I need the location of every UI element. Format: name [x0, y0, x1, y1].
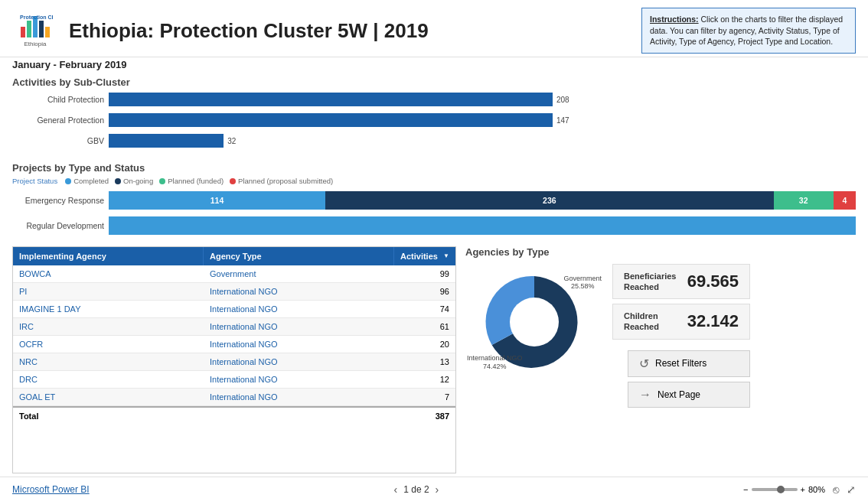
beneficiaries-label: BeneficiariesReached: [624, 271, 676, 293]
logo-icon: Protection Cluster: [18, 13, 53, 41]
td-activities: 12: [394, 371, 455, 388]
td-activities: 7: [394, 389, 455, 405]
prev-page-arrow[interactable]: ‹: [394, 483, 398, 496]
legend-item: Planned (proposal submitted): [230, 177, 333, 185]
legend-item-label: Completed: [73, 177, 109, 185]
td-type: International NGO: [204, 336, 394, 353]
beneficiaries-stat: BeneficiariesReached 69.565: [612, 264, 750, 300]
table-total-row: Total 387: [13, 406, 455, 425]
legend-items: CompletedOn-goingPlanned (funded)Planned…: [65, 177, 339, 186]
powerbi-link[interactable]: Microsoft Power BI: [12, 484, 90, 495]
td-type: International NGO: [204, 389, 394, 405]
project-bar-row[interactable]: Emergency Response 114236324: [12, 190, 856, 211]
zoom-slider[interactable]: [752, 488, 798, 491]
fullscreen-icon[interactable]: ⤢: [847, 483, 856, 496]
page-info: 1 de 2: [403, 484, 429, 495]
children-stat: ChildrenReached 32.142: [612, 304, 750, 340]
svg-rect-1: [27, 21, 31, 37]
charts-area: Activities by Sub-Cluster Child Protecti…: [0, 72, 868, 240]
donut-chart: Government25.58% International NGO74.42%: [465, 261, 603, 383]
page-total: 2: [424, 484, 429, 495]
td-activities: 96: [394, 283, 455, 300]
share-icon[interactable]: ⎋: [833, 483, 839, 496]
td-agency: PI: [13, 283, 204, 300]
table-row[interactable]: OCFR International NGO 20: [13, 336, 455, 353]
pagination: ‹ 1 de 2 ›: [394, 483, 439, 496]
table-row[interactable]: NRC International NGO 13: [13, 353, 455, 371]
total-label: Total: [13, 408, 204, 425]
svg-rect-0: [21, 27, 25, 37]
td-type: International NGO: [204, 371, 394, 388]
projects-bars-container: Emergency Response 114236324 Regular Dev…: [12, 190, 856, 236]
table-body: BOWCA Government 99 PI International NGO…: [13, 265, 455, 406]
donut-label-government: Government25.58%: [563, 275, 602, 291]
bar-label: GBV: [12, 136, 104, 145]
table-row[interactable]: BOWCA Government 99: [13, 265, 455, 283]
legend-item-label: Planned (funded): [168, 177, 224, 185]
table-row[interactable]: IMAGINE 1 DAY International NGO 74: [13, 301, 455, 318]
total-value: 387: [394, 408, 455, 425]
stacked-segment: 4: [834, 191, 856, 210]
page-sep: de: [411, 484, 421, 495]
bar-value: 147: [556, 116, 569, 125]
project-bar-row[interactable]: Regular Development: [12, 215, 856, 236]
td-activities: 74: [394, 301, 455, 317]
table-row[interactable]: GOAL ET International NGO 7: [13, 389, 455, 406]
page-title: Ethiopia: Protection Cluster 5W | 2019: [69, 19, 641, 43]
td-activities: 20: [394, 336, 455, 353]
table-row[interactable]: DRC International NGO 12: [13, 371, 455, 389]
activity-bar-row[interactable]: Child Protection 208: [12, 91, 856, 108]
children-value: 32.142: [687, 311, 739, 331]
stacked-segment: 114: [109, 191, 325, 210]
projects-legend: Project Status CompletedOn-goingPlanned …: [12, 177, 856, 186]
legend-prefix: Project Status: [12, 177, 57, 185]
td-activities: 61: [394, 318, 455, 335]
next-page-button[interactable]: → Next Page: [628, 382, 750, 408]
legend-dot: [159, 178, 165, 184]
zoom-minus[interactable]: −: [743, 485, 748, 494]
zoom-plus[interactable]: +: [801, 485, 805, 494]
beneficiaries-value: 69.565: [687, 272, 739, 291]
projects-section: Projects by Type and Status Project Stat…: [12, 158, 856, 240]
total-type: [204, 408, 394, 425]
next-page-arrow[interactable]: ›: [436, 483, 439, 496]
td-agency: IMAGINE 1 DAY: [13, 301, 204, 317]
implementing-agency-table: Implementing Agency Agency Type Activiti…: [12, 246, 456, 473]
stats-panel: BeneficiariesReached 69.565 ChildrenReac…: [612, 264, 750, 340]
next-icon: →: [639, 388, 651, 402]
legend-item: On-going: [115, 177, 153, 185]
stacked-bar-label: Emergency Response: [12, 196, 104, 205]
stacked-bar-track: 114236324: [109, 191, 856, 210]
td-type: International NGO: [204, 301, 394, 317]
td-agency: GOAL ET: [13, 389, 204, 405]
td-agency: OCFR: [13, 336, 204, 353]
activity-bar-row[interactable]: GBV 32: [12, 132, 856, 149]
right-panel: Agencies by Type Government25.58% Intern…: [465, 246, 856, 473]
bar-fill: [109, 93, 553, 106]
td-agency: DRC: [13, 371, 204, 388]
donut-label-ngo: International NGO74.42%: [467, 354, 523, 371]
main-container: Protection Cluster Ethiopia Ethiopia: Pr…: [0, 0, 868, 501]
th-agency: Implementing Agency: [13, 247, 204, 265]
reset-filters-button[interactable]: ↺ Reset Filters: [628, 350, 750, 377]
legend-dot: [65, 178, 71, 184]
activity-bar-row[interactable]: General Protection 147: [12, 112, 856, 129]
td-agency: NRC: [13, 353, 204, 370]
bar-fill: [109, 113, 553, 127]
table-row[interactable]: IRC International NGO 61: [13, 318, 455, 336]
children-label: ChildrenReached: [624, 311, 659, 333]
reset-icon: ↺: [639, 356, 649, 371]
instructions-bold: Instructions:: [650, 15, 699, 24]
legend-dot: [230, 178, 236, 184]
td-type: International NGO: [204, 318, 394, 335]
legend-item-label: Planned (proposal submitted): [238, 177, 333, 185]
activities-chart: Activities by Sub-Cluster Child Protecti…: [12, 72, 856, 153]
table-row[interactable]: PI International NGO 96: [13, 283, 455, 301]
svg-rect-4: [45, 27, 50, 37]
legend-dot: [115, 178, 121, 184]
zoom-level: 80%: [808, 485, 825, 494]
header: Protection Cluster Ethiopia Ethiopia: Pr…: [0, 0, 868, 57]
td-agency: IRC: [13, 318, 204, 335]
th-activities[interactable]: Activities ▼: [394, 247, 455, 265]
date-subtitle: January - February 2019: [0, 57, 868, 72]
